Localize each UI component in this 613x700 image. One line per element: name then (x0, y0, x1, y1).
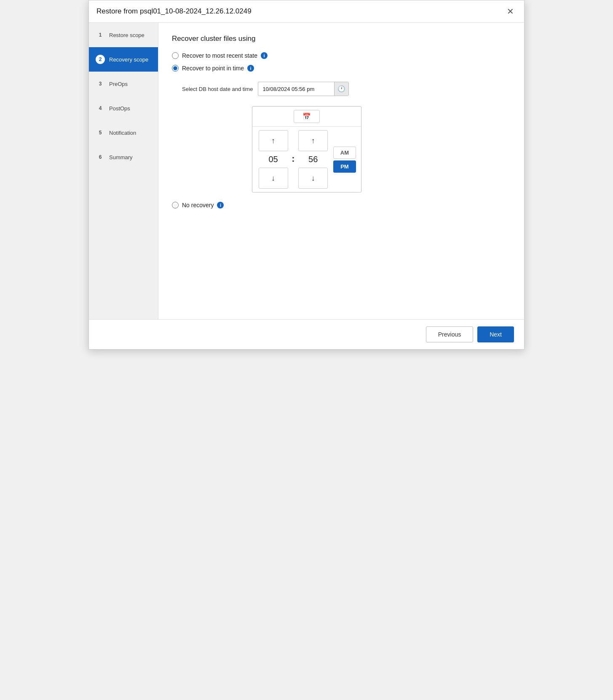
radio-most-recent-label: Recover to most recent state (182, 52, 257, 59)
option-point-in-time[interactable]: Recover to point in time i (172, 65, 511, 72)
step-number-6: 6 (96, 152, 105, 162)
clock-button[interactable]: 🕐 (334, 82, 348, 96)
hour-value: 05 (265, 153, 282, 166)
radio-point-in-time-label: Recover to point in time (182, 65, 244, 72)
sidebar-item-summary[interactable]: 6 Summary (89, 145, 158, 169)
time-picker: 📅 ↑ 05 ↓ (252, 106, 361, 192)
hour-down-button[interactable]: ↓ (259, 168, 288, 189)
sidebar-item-label-2: Recovery scope (109, 56, 148, 63)
date-time-input-wrapper: 🕐 (258, 82, 349, 96)
titlebar: Restore from psql01_10-08-2024_12.26.12.… (89, 0, 524, 23)
info-icon-no-recovery[interactable]: i (217, 202, 224, 208)
dialog-title: Restore from psql01_10-08-2024_12.26.12.… (96, 7, 252, 16)
minute-up-button[interactable]: ↑ (298, 130, 328, 151)
radio-point-in-time[interactable] (172, 65, 179, 72)
sidebar-item-label-5: Notification (109, 130, 136, 136)
radio-group: Recover to most recent state i Recover t… (172, 52, 511, 208)
sidebar-item-preops[interactable]: 3 PreOps (89, 72, 158, 96)
date-time-input[interactable] (258, 83, 334, 95)
clock-icon: 🕐 (337, 85, 345, 93)
sidebar-item-label-6: Summary (109, 154, 133, 160)
radio-no-recovery-label: No recovery (182, 202, 214, 208)
previous-button[interactable]: Previous (426, 326, 473, 342)
section-title: Recover cluster files using (172, 35, 511, 43)
dialog-body: 1 Restore scope 2 Recovery scope 3 PreOp… (89, 23, 524, 319)
step-number-2: 2 (96, 55, 105, 64)
time-picker-calendar-row: 📅 (252, 107, 361, 127)
minute-value: 56 (305, 153, 321, 166)
date-time-row: Select DB host date and time 🕐 (182, 82, 511, 96)
am-button[interactable]: AM (333, 147, 356, 159)
arrow-down-icon: ↓ (271, 174, 275, 183)
arrow-up-icon-min: ↑ (311, 136, 315, 145)
date-time-label: Select DB host date and time (182, 86, 253, 92)
next-button[interactable]: Next (477, 326, 514, 342)
sidebar-item-recovery-scope[interactable]: 2 Recovery scope (89, 47, 158, 72)
calendar-icon: 📅 (302, 113, 311, 120)
radio-most-recent[interactable] (172, 52, 179, 59)
minute-down-button[interactable]: ↓ (298, 168, 328, 189)
minute-col: ↑ 56 ↓ (297, 130, 329, 189)
step-number-4: 4 (96, 104, 105, 113)
pm-button[interactable]: PM (333, 160, 356, 173)
sidebar: 1 Restore scope 2 Recovery scope 3 PreOp… (89, 23, 158, 319)
ampm-col: AM PM (333, 147, 356, 173)
info-icon-point-in-time[interactable]: i (247, 65, 254, 72)
option-no-recovery[interactable]: No recovery i (172, 202, 511, 208)
dialog: Restore from psql01_10-08-2024_12.26.12.… (88, 0, 525, 350)
time-picker-controls: ↑ 05 ↓ : ↑ 5 (252, 127, 361, 192)
radio-no-recovery[interactable] (172, 202, 179, 208)
dialog-footer: Previous Next (89, 319, 524, 349)
time-colon: : (289, 153, 297, 166)
step-number-1: 1 (96, 30, 105, 40)
main-content: Recover cluster files using Recover to m… (158, 23, 524, 319)
step-number-3: 3 (96, 79, 105, 88)
sidebar-item-label-3: PreOps (109, 81, 128, 87)
calendar-button[interactable]: 📅 (294, 110, 320, 123)
arrow-down-icon-min: ↓ (311, 174, 315, 183)
sidebar-item-restore-scope[interactable]: 1 Restore scope (89, 23, 158, 47)
sidebar-item-label-4: PostOps (109, 105, 130, 112)
sidebar-item-postops[interactable]: 4 PostOps (89, 96, 158, 120)
step-number-5: 5 (96, 128, 105, 137)
hour-up-button[interactable]: ↑ (259, 130, 288, 151)
option-most-recent[interactable]: Recover to most recent state i (172, 52, 511, 59)
hour-col: ↑ 05 ↓ (257, 130, 289, 189)
close-button[interactable]: ✕ (504, 6, 517, 16)
arrow-up-icon: ↑ (271, 136, 275, 145)
info-icon-most-recent[interactable]: i (261, 52, 268, 59)
sidebar-item-notification[interactable]: 5 Notification (89, 120, 158, 145)
sidebar-item-label-1: Restore scope (109, 32, 145, 38)
